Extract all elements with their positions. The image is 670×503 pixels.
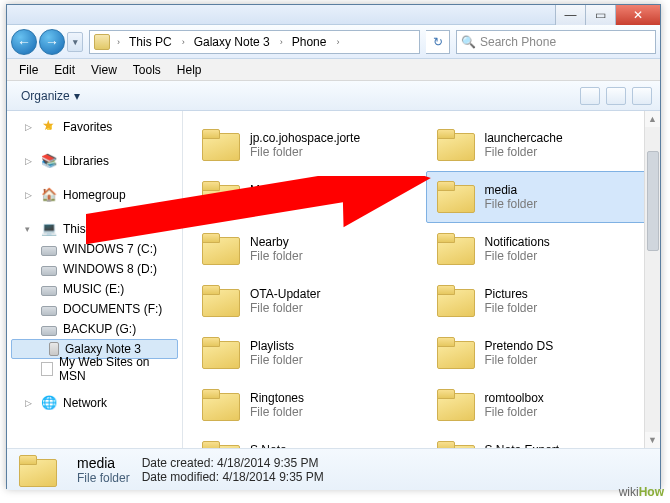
command-bar: Organize▾ [7, 81, 660, 111]
maximize-button[interactable]: ▭ [585, 5, 615, 25]
folder-type: File folder [485, 197, 538, 211]
folder-item[interactable]: mediaFile folder [426, 171, 661, 223]
forward-button[interactable]: → [39, 29, 65, 55]
folder-item[interactable]: PicturesFile folder [426, 275, 661, 327]
sidebar-thispc[interactable]: ▾This PC [7, 219, 182, 239]
scroll-down-icon[interactable]: ▼ [645, 432, 660, 448]
search-icon: 🔍 [461, 35, 476, 49]
breadcrumb[interactable]: Galaxy Note 3 [188, 31, 277, 53]
folder-icon [200, 283, 242, 319]
search-input[interactable]: 🔍 Search Phone [456, 30, 656, 54]
folder-icon [435, 335, 477, 371]
organize-button[interactable]: Organize▾ [15, 87, 86, 105]
folder-item[interactable]: RingtonesFile folder [191, 379, 426, 431]
close-button[interactable]: ✕ [615, 5, 660, 25]
drive-icon [41, 246, 57, 256]
menu-view[interactable]: View [83, 61, 125, 79]
details-modified: 4/18/2014 9:35 PM [222, 470, 323, 484]
sidebar-favorites[interactable]: ▷Favorites [7, 117, 182, 137]
folder-type: File folder [485, 145, 563, 159]
minimize-button[interactable]: — [555, 5, 585, 25]
libraries-icon [41, 153, 57, 169]
history-dropdown[interactable]: ▾ [67, 32, 83, 52]
folder-icon [435, 283, 477, 319]
details-pane: media File folder Date created: 4/18/201… [7, 448, 660, 490]
star-icon [41, 119, 57, 135]
refresh-button[interactable]: ↻ [426, 30, 450, 54]
drive-icon [41, 326, 57, 336]
folder-type: File folder [485, 249, 550, 263]
chevron-right-icon: › [333, 37, 342, 47]
folder-item[interactable]: NotificationsFile folder [426, 223, 661, 275]
folder-icon [435, 179, 477, 215]
folder-icon [200, 335, 242, 371]
folder-item[interactable]: S Note ExportFile folder [426, 431, 661, 448]
breadcrumb[interactable]: This PC [123, 31, 179, 53]
breadcrumb[interactable]: Phone [286, 31, 334, 53]
sidebar-network[interactable]: ▷Network [7, 393, 182, 413]
folder-type: File folder [485, 353, 554, 367]
chevron-right-icon: › [114, 37, 123, 47]
folder-item[interactable]: NearbyFile folder [191, 223, 426, 275]
sidebar-homegroup[interactable]: ▷Homegroup [7, 185, 182, 205]
folder-icon [200, 231, 242, 267]
sidebar-drive[interactable]: DOCUMENTS (F:) [7, 299, 182, 319]
folder-item[interactable]: OTA-UpdaterFile folder [191, 275, 426, 327]
menu-tools[interactable]: Tools [125, 61, 169, 79]
folder-name: romtoolbox [485, 391, 544, 405]
back-button[interactable]: ← [11, 29, 37, 55]
address-bar[interactable]: › This PC › Galaxy Note 3 › Phone › [89, 30, 420, 54]
drive-icon [41, 306, 57, 316]
view-options-button[interactable] [580, 87, 600, 105]
scroll-up-icon[interactable]: ▲ [645, 111, 660, 127]
folder-type: File folder [250, 353, 303, 367]
folder-name: Pictures [485, 287, 538, 301]
folder-item[interactable]: S NoteFile folder [191, 431, 426, 448]
help-button[interactable] [632, 87, 652, 105]
folder-type: File folder [485, 405, 544, 419]
folder-type: File folder [250, 145, 360, 159]
folder-item[interactable]: jp.co.johospace.jorteFile folder [191, 119, 426, 171]
folder-type: File folder [485, 301, 538, 315]
folder-item[interactable]: Pretendo DSFile folder [426, 327, 661, 379]
folder-icon [435, 231, 477, 267]
folder-icon [200, 127, 242, 163]
search-placeholder: Search Phone [480, 35, 556, 49]
folder-icon [94, 34, 110, 50]
folder-item[interactable]: MagicRingFile folder [191, 171, 426, 223]
folder-name: S Note Export [485, 443, 560, 448]
menu-file[interactable]: File [11, 61, 46, 79]
menu-bar: File Edit View Tools Help [7, 59, 660, 81]
folder-icon [200, 439, 242, 448]
folder-type: File folder [250, 197, 307, 211]
folder-item[interactable]: PlaylistsFile folder [191, 327, 426, 379]
network-icon [41, 395, 57, 411]
sidebar-drive[interactable]: WINDOWS 7 (C:) [7, 239, 182, 259]
sidebar-msn[interactable]: My Web Sites on MSN [7, 359, 182, 379]
sidebar-drive[interactable]: BACKUP (G:) [7, 319, 182, 339]
details-name: media [77, 455, 115, 471]
menu-edit[interactable]: Edit [46, 61, 83, 79]
details-type: File folder [77, 471, 130, 485]
folder-icon [200, 179, 242, 215]
sidebar-drive[interactable]: WINDOWS 8 (D:) [7, 259, 182, 279]
scrollbar[interactable]: ▲ ▼ [644, 111, 660, 448]
folder-icon [17, 453, 57, 487]
sidebar-drive[interactable]: MUSIC (E:) [7, 279, 182, 299]
folder-name: Pretendo DS [485, 339, 554, 353]
folder-item[interactable]: launchercacheFile folder [426, 119, 661, 171]
preview-pane-button[interactable] [606, 87, 626, 105]
content-pane[interactable]: jp.co.johospace.jorteFile folderlauncher… [183, 111, 660, 448]
folder-item[interactable]: romtoolboxFile folder [426, 379, 661, 431]
watermark: wikiHow [619, 484, 664, 499]
sidebar-libraries[interactable]: ▷Libraries [7, 151, 182, 171]
folder-name: S Note [250, 443, 303, 448]
titlebar: — ▭ ✕ [7, 5, 660, 25]
scroll-thumb[interactable] [647, 151, 659, 251]
folder-name: launchercache [485, 131, 563, 145]
folder-icon [435, 127, 477, 163]
pc-icon [41, 221, 57, 237]
folder-type: File folder [250, 301, 320, 315]
menu-help[interactable]: Help [169, 61, 210, 79]
explorer-window: — ▭ ✕ ← → ▾ › This PC › Galaxy Note 3 › … [6, 4, 661, 489]
